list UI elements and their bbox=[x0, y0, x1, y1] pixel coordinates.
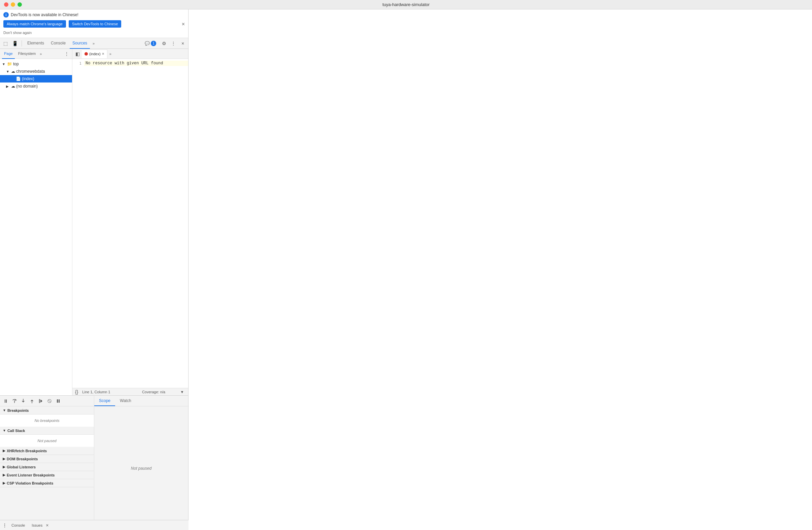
sidebar-menu-icon: ⋮ bbox=[64, 51, 69, 57]
deactivate-breakpoints-button[interactable] bbox=[46, 397, 53, 405]
dom-section-header[interactable]: ▶ DOM Breakpoints bbox=[0, 455, 94, 463]
sidebar-more-tabs[interactable]: » bbox=[39, 52, 42, 56]
tree-label-nodomain: (no domain) bbox=[16, 84, 38, 88]
format-icon[interactable]: {} bbox=[75, 389, 78, 395]
global-section-header[interactable]: ▶ Global Listeners bbox=[0, 463, 94, 471]
coverage-label: Coverage: n/a bbox=[142, 390, 165, 394]
editor-tab-label: (index) bbox=[89, 52, 101, 56]
global-arrow: ▶ bbox=[3, 465, 5, 469]
console-drawer-toggle[interactable]: ▼ bbox=[179, 389, 186, 395]
scope-empty-text: Not paused bbox=[131, 466, 151, 471]
cloud-icon-chromewebdata: ☁ bbox=[11, 69, 15, 74]
notification-buttons: Always match Chrome's language Switch De… bbox=[3, 20, 185, 28]
sidebar-tab-filesystem[interactable]: Filesystem bbox=[16, 49, 38, 59]
breakpoints-section-header[interactable]: ▼ Breakpoints bbox=[0, 406, 94, 415]
issues-tab[interactable]: Issues bbox=[30, 522, 44, 528]
svg-rect-6 bbox=[57, 399, 58, 403]
settings-button[interactable]: ⚙ bbox=[160, 39, 168, 47]
maximize-button[interactable] bbox=[17, 2, 22, 7]
cloud-icon-nodomain: ☁ bbox=[11, 84, 15, 88]
window-controls bbox=[4, 2, 22, 7]
device-toggle-button[interactable]: 📱 bbox=[11, 39, 19, 47]
bottom-more-icon[interactable]: ⋮ bbox=[3, 523, 7, 528]
notification-close-button[interactable]: × bbox=[182, 21, 185, 27]
xhr-label: XHR/fetch Breakpoints bbox=[7, 449, 47, 453]
global-label: Global Listeners bbox=[7, 465, 36, 469]
tree-item-chromewebdata[interactable]: ▼ ☁ chromewebdata bbox=[0, 68, 72, 75]
editor-statusbar: {} Line 1, Column 1 Coverage: n/a ▼ bbox=[72, 388, 188, 395]
issues-count: 1 bbox=[151, 41, 156, 46]
toolbar-more-button[interactable]: ⋮ bbox=[169, 39, 177, 47]
sources-panel: Page Filesystem » ⋮ ▼ 📁 top ▼ ☁ chro bbox=[0, 49, 188, 395]
tree-arrow-nodomain: ▶ bbox=[6, 85, 10, 88]
breakpoints-content: No breakpoints bbox=[0, 415, 94, 427]
step-over-button[interactable] bbox=[11, 397, 18, 405]
breakpoints-label: Breakpoints bbox=[8, 409, 29, 413]
callstack-section-header[interactable]: ▼ Call Stack bbox=[0, 427, 94, 435]
file-icon-index: 📄 bbox=[16, 76, 21, 81]
event-section-header[interactable]: ▶ Event Listener Breakpoints bbox=[0, 471, 94, 479]
editor-content[interactable]: 1 No resource with given URL found bbox=[72, 59, 188, 388]
sidebar-toggle-button[interactable]: ◧ bbox=[74, 50, 81, 58]
switch-chinese-button[interactable]: Switch DevTools to Chinese bbox=[69, 20, 121, 28]
arrow-icon: ▼ bbox=[180, 390, 184, 394]
tree-label-top: top bbox=[13, 62, 19, 66]
breakpoints-empty: No breakpoints bbox=[0, 416, 94, 425]
issues-badge-button[interactable]: 💬 1 bbox=[142, 40, 159, 47]
issues-close-button[interactable]: × bbox=[46, 522, 48, 528]
page-content bbox=[189, 10, 812, 530]
pause-on-exceptions-button[interactable] bbox=[55, 397, 62, 405]
error-indicator bbox=[85, 52, 88, 56]
minimize-button[interactable] bbox=[11, 2, 15, 7]
tab-sources[interactable]: Sources bbox=[70, 38, 90, 49]
code-line-1: 1 No resource with given URL found bbox=[72, 60, 188, 66]
notification-bar: i DevTools is now available in Chinese! … bbox=[0, 10, 188, 38]
toolbar-more-tabs[interactable]: » bbox=[91, 41, 96, 45]
callstack-arrow: ▼ bbox=[3, 429, 6, 432]
event-label: Event Listener Breakpoints bbox=[7, 473, 55, 477]
tab-elements[interactable]: Elements bbox=[25, 38, 47, 49]
close-button[interactable] bbox=[4, 2, 9, 7]
csp-label: CSP Violation Breakpoints bbox=[7, 481, 53, 485]
cursor-position: Line 1, Column 1 bbox=[82, 390, 110, 394]
file-tree: ▼ 📁 top ▼ ☁ chromewebdata 📄 (index) bbox=[0, 59, 72, 395]
svg-rect-7 bbox=[59, 399, 60, 403]
tree-arrow-chromewebdata: ▼ bbox=[6, 70, 10, 73]
editor-area: ◧ (index) × » 1 No resource with given U… bbox=[72, 49, 188, 395]
tree-item-index[interactable]: 📄 (index) bbox=[0, 75, 72, 83]
more-icon: ⋮ bbox=[171, 41, 176, 46]
xhr-section-header[interactable]: ▶ XHR/fetch Breakpoints bbox=[0, 447, 94, 455]
pause-button[interactable]: ⏸ bbox=[2, 397, 10, 405]
editor-tab-close[interactable]: × bbox=[102, 52, 104, 56]
line-number-1: 1 bbox=[72, 61, 84, 66]
callstack-label: Call Stack bbox=[8, 429, 25, 433]
csp-section-header[interactable]: ▶ CSP Violation Breakpoints bbox=[0, 479, 94, 487]
devtools-toolbar: ⬚ 📱 Elements Console Sources » 💬 1 ⚙ ⋮ × bbox=[0, 38, 188, 49]
tree-item-nodomain[interactable]: ▶ ☁ (no domain) bbox=[0, 83, 72, 90]
match-language-button[interactable]: Always match Chrome's language bbox=[3, 20, 66, 28]
svg-line-5 bbox=[48, 400, 51, 402]
sidebar-tab-bar: Page Filesystem » ⋮ bbox=[0, 49, 72, 59]
step-into-button[interactable] bbox=[19, 397, 27, 405]
scope-tab-watch[interactable]: Watch bbox=[115, 396, 136, 406]
scope-tab-scope[interactable]: Scope bbox=[94, 396, 115, 406]
callstack-content: Not paused bbox=[0, 435, 94, 447]
toolbar-divider bbox=[21, 40, 22, 46]
continue-button[interactable] bbox=[37, 397, 44, 405]
editor-more-tabs[interactable]: » bbox=[108, 52, 113, 56]
dont-show-link[interactable]: Don't show again bbox=[3, 31, 32, 35]
tab-console[interactable]: Console bbox=[48, 38, 68, 49]
sidebar-menu-button[interactable]: ⋮ bbox=[63, 51, 70, 57]
sidebar-tab-page[interactable]: Page bbox=[2, 49, 15, 59]
scope-content: Not paused bbox=[94, 406, 188, 530]
xhr-arrow: ▶ bbox=[3, 449, 5, 453]
step-out-button[interactable] bbox=[28, 397, 36, 405]
editor-tab-index[interactable]: (index) × bbox=[82, 49, 107, 58]
devtools-close-button[interactable]: × bbox=[179, 39, 187, 47]
devtools-panel: i DevTools is now available in Chinese! … bbox=[0, 10, 189, 530]
notification-info-row: i DevTools is now available in Chinese! bbox=[3, 12, 185, 17]
console-tab[interactable]: Console bbox=[10, 522, 27, 528]
folder-icon-top: 📁 bbox=[7, 62, 12, 66]
inspect-element-button[interactable]: ⬚ bbox=[1, 39, 10, 47]
tree-item-top[interactable]: ▼ 📁 top bbox=[0, 60, 72, 68]
